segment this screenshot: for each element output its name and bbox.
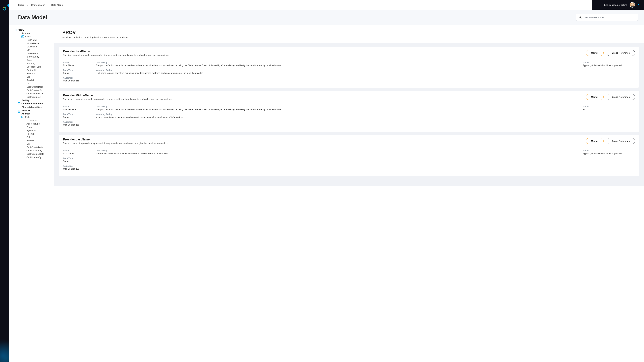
tree-leaf-label: DateofBirth [26,52,38,55]
attribute-subtitle: The middle name of a provider as provide… [63,98,172,100]
master-button[interactable]: Master [586,138,604,144]
tree-leaf[interactable]: OrchUpdateBy [9,95,54,98]
search-input[interactable] [584,16,636,18]
tree-leaf[interactable]: Mk [9,82,54,85]
tree-node-address-fields[interactable]: + Fields [9,115,54,119]
tree-leaf[interactable]: SystemId [9,68,54,72]
tree-leaf[interactable]: OrchUpdate Date [9,92,54,95]
expand-icon[interactable]: + [22,35,24,38]
matchingpolicy-heading: Matching Policy [96,113,579,115]
tree-leaf-label: Race [26,59,32,61]
validation-heading: Validation [63,165,92,167]
cross-reference-button[interactable]: Cross Reference [606,138,635,144]
tree-leaf[interactable]: BirthCountry [9,55,54,58]
tree-leaf[interactable]: MiddleName [9,41,54,45]
tree-leaf[interactable]: SystemId [9,129,54,132]
breadcrumb: Setup / Orchestrator / Data Model [18,4,64,6]
user-menu-caret-icon[interactable] [637,3,639,6]
datatype-value: String [63,160,92,162]
breadcrumb-setup[interactable]: Setup [18,4,24,6]
tree-leaf[interactable]: LocationMfk [9,119,54,122]
tree-leaf[interactable]: DeceasesDate [9,65,54,68]
top-bar: Setup / Orchestrator / Data Model Julia … [9,0,644,10]
matchingpolicy-value: Middle name is used in some matching pol… [96,116,579,118]
attribute-card: Provider.MiddleName The middle name of a… [59,91,639,132]
cross-reference-button[interactable]: Cross Reference [606,50,635,56]
tree-leaf[interactable]: OrchCreateDate [9,145,54,149]
tree-leaf[interactable]: RootSpk [9,132,54,135]
play-icon[interactable] [8,4,9,7]
datapolicy-heading: Data Policy [96,105,579,108]
svg-line-4 [580,17,582,18]
tree-leaf[interactable]: RootMk [9,139,54,142]
tree-leaf[interactable]: LastName [9,45,54,48]
expand-icon[interactable]: + [18,99,20,101]
tree-leaf-label: OrchUpdateBy [26,156,42,159]
master-button[interactable]: Master [586,50,604,56]
datatype-heading: Data Type [63,157,92,160]
label-heading: Label [63,105,92,108]
expand-icon[interactable]: + [18,102,20,105]
tree-leaf-label: MiddleName [26,42,39,44]
entity-header: PROV Provider: Individual providing heal… [54,25,644,43]
tree-leaf-label: OrchCreateDate [26,86,43,88]
tree-leaf[interactable]: OrchUpdateBy [9,156,54,159]
tree-leaf-label: Phone [26,126,33,128]
tree-node-facility[interactable]: + Facility [9,98,54,102]
main-content[interactable]: PROV Provider: Individual providing heal… [54,25,644,362]
datapolicy-heading: Data Policy [96,61,579,64]
tree-node-network[interactable]: + Network [9,109,54,112]
expand-icon[interactable]: + [18,106,20,108]
tree-node-alternate-identifiers[interactable]: + AlternateIdentifiers [9,105,54,109]
tree-leaf[interactable]: Spk [9,75,54,78]
tree-leaf-label: LocationMfk [26,119,39,122]
entity-description: Provider: Individual providing healthcar… [62,36,635,39]
tree-pane[interactable]: + PROV + Provider + Fields FirstNameMidd… [9,25,54,362]
avatar[interactable] [630,2,635,7]
tree-leaf[interactable]: DateofBirth [9,52,54,55]
datatype-value: String [63,116,92,118]
tree-leaf[interactable]: OrchCreatedBy [9,88,54,92]
tree-leaf-label: NPI [26,49,30,51]
tree-node-prov[interactable]: + PROV [9,28,54,31]
tree-leaf[interactable]: Race [9,58,54,62]
tree-leaf[interactable]: FirstName [9,38,54,41]
tree-node-address[interactable]: + Address [9,112,54,115]
breadcrumb-datamodel[interactable]: Data Model [51,4,64,6]
attribute-title: Provider.LastName [63,138,168,141]
decorative-network-graphic [0,329,9,362]
tree-leaf[interactable]: Mk [9,142,54,145]
search-icon [578,15,582,19]
tree-leaf[interactable]: Spk [9,135,54,139]
expand-icon[interactable]: + [22,116,24,118]
tree-leaf[interactable]: OrchCreateDate [9,85,54,88]
tree-leaf[interactable]: Ethnicity [9,62,54,65]
brand-logo-icon[interactable] [2,7,6,11]
validation-value: Max Length 255 [63,168,92,170]
tree-leaf[interactable]: OrchCreatedBy [9,149,54,152]
cross-reference-button[interactable]: Cross Reference [606,94,635,100]
expand-icon[interactable]: + [18,32,20,34]
expand-icon[interactable]: + [18,109,20,111]
tree-leaf[interactable]: RootSpk [9,72,54,75]
tree-leaf[interactable]: RootMk [9,78,54,82]
tree-node-provider-fields[interactable]: + Fields [9,35,54,38]
tree-leaf[interactable]: Phone [9,125,54,129]
breadcrumb-orchestrator[interactable]: Orchestrator [31,4,45,6]
tree-leaf[interactable]: NPI [9,48,54,52]
label-value: First Name [63,64,92,66]
master-button[interactable]: Master [586,94,604,100]
expand-icon[interactable]: + [14,29,16,31]
tree-node-provider[interactable]: + Provider [9,31,54,35]
expand-icon[interactable]: + [18,112,20,115]
tree-leaf-label: RootSpk [26,72,35,75]
tree-leaf-label: Ethnicity [26,62,35,65]
tree-leaf[interactable]: AddressType [9,122,54,125]
tree-node-contact-information[interactable]: + Contact Information [9,102,54,105]
datapolicy-value: The provider's first name is survived on… [96,64,579,66]
tree-leaf-label: Mk [26,143,30,145]
tree-leaf-label: OrchCreatedBy [26,89,42,91]
search-field[interactable] [576,14,638,21]
tree-leaf[interactable]: OrchUpdate Date [9,152,54,156]
notes-heading: Notes [583,149,635,152]
